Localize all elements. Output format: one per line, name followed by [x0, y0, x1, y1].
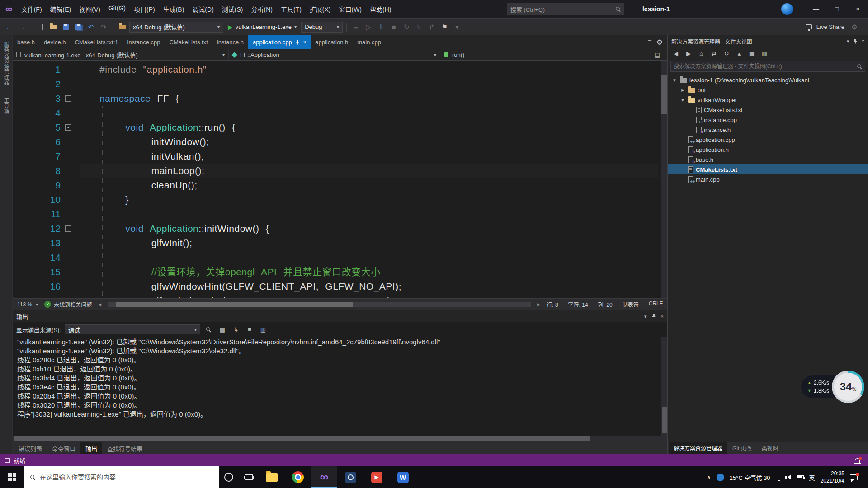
- ime-indicator[interactable]: 英: [809, 473, 815, 482]
- tree-item[interactable]: ▾lession-1 (D:\teaching\vulkanTeaching\V…: [668, 75, 868, 85]
- chrome-taskbar-icon[interactable]: [285, 466, 311, 488]
- scrollbar-thumb[interactable]: [116, 302, 353, 307]
- action-center-icon[interactable]: [850, 474, 858, 480]
- bookmark-icon[interactable]: ⚑: [439, 22, 450, 33]
- code-line[interactable]: 5- void Application::run() {: [29, 120, 667, 135]
- solution-list-icon[interactable]: ≡: [350, 22, 361, 33]
- line-ending[interactable]: CRLF: [649, 300, 663, 308]
- break-all-icon[interactable]: ‖: [376, 22, 387, 33]
- scrollbar-thumb[interactable]: [661, 75, 667, 114]
- editor-horizontal-scrollbar[interactable]: [108, 302, 531, 307]
- find-message-icon[interactable]: [204, 324, 214, 334]
- code-line[interactable]: 17 glfwWindowHint(GLFW_RESIZABLE, GLFW_F…: [29, 294, 667, 298]
- home-icon[interactable]: ⌂: [696, 48, 707, 58]
- output-horizontal-scrollbar[interactable]: [13, 436, 667, 442]
- panel-tab[interactable]: Git 更改: [727, 442, 757, 454]
- show-all-files-icon[interactable]: ▤: [746, 48, 757, 58]
- output-source-dropdown[interactable]: 调试 ▾: [65, 324, 200, 334]
- writer-taskbar-icon[interactable]: W: [390, 466, 416, 488]
- menu-item[interactable]: 窗口(W): [335, 3, 366, 15]
- tree-item[interactable]: ++main.cpp: [668, 174, 868, 184]
- chevron-down-icon[interactable]: ▾: [644, 314, 647, 319]
- scroll-right-icon[interactable]: ▶: [537, 302, 540, 307]
- step-into-icon[interactable]: ↳: [414, 22, 425, 33]
- project-dropdown[interactable]: vulkanLearning-1.exe - x64-Debug (默认值) ▾: [13, 49, 229, 60]
- code-line[interactable]: 2: [29, 77, 667, 91]
- menu-item[interactable]: 帮助(H): [366, 3, 395, 15]
- code-editor[interactable]: 1#include "application.h"23-namespace FF…: [13, 61, 667, 298]
- tree-item[interactable]: hbase.h: [668, 155, 868, 164]
- quick-search-box[interactable]: 搜索 (Ctrl+Q): [507, 3, 624, 15]
- more-commands-icon[interactable]: ▾: [452, 22, 462, 33]
- close-panel-icon[interactable]: ×: [661, 314, 664, 319]
- tree-item[interactable]: CMakeLists.txt: [668, 105, 868, 115]
- panel-tab[interactable]: 类视图: [757, 442, 783, 454]
- chevron-down-icon[interactable]: ▾: [847, 38, 849, 44]
- taskbar-search[interactable]: [24, 466, 219, 488]
- close-button[interactable]: ×: [847, 0, 868, 18]
- menu-item[interactable]: 编辑(E): [46, 3, 75, 15]
- collapse-box-icon[interactable]: -: [65, 225, 71, 232]
- panel-tab[interactable]: 命令窗口: [47, 442, 80, 454]
- pin-icon[interactable]: [853, 39, 858, 44]
- start-button[interactable]: [0, 466, 24, 488]
- tree-item[interactable]: hinstance.h: [668, 125, 868, 135]
- restart-icon[interactable]: ↻: [401, 22, 412, 33]
- menu-item[interactable]: 生成(B): [159, 3, 189, 15]
- step-out-icon[interactable]: ↱: [426, 22, 437, 33]
- solution-search-input[interactable]: [674, 63, 857, 70]
- code-line[interactable]: 9 cleanUp();: [29, 178, 667, 192]
- navigate-back-icon[interactable]: ←: [4, 22, 14, 33]
- active-files-filter-icon[interactable]: ≡: [647, 38, 651, 46]
- scrollbar-thumb[interactable]: [662, 407, 667, 433]
- forward-icon[interactable]: ▶: [683, 48, 694, 58]
- menu-item[interactable]: 工具(T): [277, 3, 306, 15]
- back-icon[interactable]: ◀: [670, 48, 681, 58]
- taskbar-search-input[interactable]: [40, 474, 213, 481]
- tree-item[interactable]: happlication.h: [668, 145, 868, 155]
- clock[interactable]: 20:35 2021/10/4: [821, 470, 844, 484]
- refresh-icon[interactable]: ↻: [721, 48, 732, 58]
- menu-item[interactable]: 分析(N): [247, 3, 276, 15]
- minimize-button[interactable]: —: [806, 0, 826, 18]
- code-line[interactable]: 6 initWindow();: [29, 135, 667, 149]
- code-line[interactable]: 15 //设置环境，关掉opengl API 并且禁止窗口改变大小: [29, 265, 667, 279]
- package-icon[interactable]: [117, 22, 127, 33]
- start-without-debugging-icon[interactable]: ▷: [363, 22, 374, 33]
- visual-studio-taskbar-icon[interactable]: ∞: [311, 466, 337, 488]
- document-tab[interactable]: device.h: [39, 35, 70, 49]
- open-folder-icon[interactable]: [47, 22, 58, 33]
- menu-item[interactable]: 扩展(X): [306, 3, 335, 15]
- network-icon[interactable]: [776, 475, 782, 479]
- code-line[interactable]: 11: [29, 207, 667, 221]
- scrollbar-thumb[interactable]: [14, 436, 590, 441]
- debug-mode-dropdown[interactable]: Debug ▾: [301, 22, 343, 33]
- document-tab[interactable]: main.cpp: [353, 35, 386, 49]
- maximize-button[interactable]: □: [826, 0, 847, 18]
- menu-item[interactable]: 视图(V): [75, 3, 104, 15]
- document-tab[interactable]: instance.cpp: [123, 35, 165, 49]
- expander-icon[interactable]: ▾: [671, 77, 678, 83]
- document-tab[interactable]: CMakeLists.txt:1: [70, 35, 123, 49]
- indent-mode[interactable]: 制表符: [623, 300, 639, 308]
- code-line[interactable]: 3-namespace FF {: [29, 91, 667, 106]
- volume-icon[interactable]: [788, 474, 791, 480]
- tree-item[interactable]: CMakeLists.txt: [668, 164, 868, 174]
- save-icon[interactable]: [60, 22, 71, 33]
- weather-widget[interactable]: 15°C 空气优 30: [730, 473, 770, 482]
- document-tab[interactable]: instance.h: [212, 35, 248, 49]
- code-line[interactable]: 7 initVulkan();: [29, 149, 667, 164]
- code-line[interactable]: 12- void Application::initWindow() {: [29, 221, 667, 236]
- save-all-icon[interactable]: [73, 22, 84, 33]
- network-speed-widget[interactable]: ▲ 2.6K/s ▼ 1.8K/s 34 %: [801, 371, 864, 403]
- tree-item[interactable]: ▾vulkanWrapper: [668, 95, 868, 105]
- panel-tab[interactable]: 输出: [80, 442, 102, 454]
- panel-tab[interactable]: 查找符号结果: [102, 442, 147, 454]
- stop-icon[interactable]: ■: [388, 22, 399, 33]
- panel-tab[interactable]: 错误列表: [14, 442, 47, 454]
- zoom-selector[interactable]: 113 % ▾: [17, 301, 38, 308]
- security-app-icon[interactable]: [717, 474, 724, 481]
- collapse-all-icon[interactable]: ▴: [734, 48, 745, 58]
- output-vertical-scrollbar[interactable]: [661, 337, 667, 436]
- feedback-icon[interactable]: ⚙: [849, 22, 860, 33]
